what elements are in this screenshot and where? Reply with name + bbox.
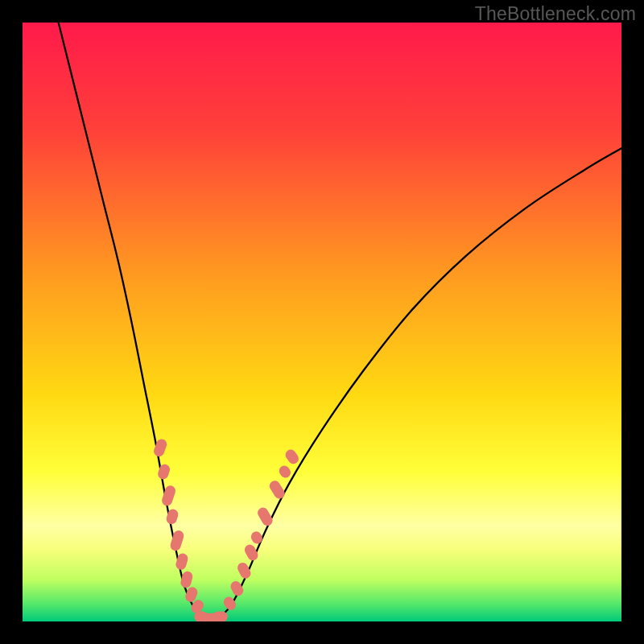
- chart-frame: TheBottleneck.com: [0, 0, 644, 644]
- bottleneck-curve-chart: [23, 23, 621, 621]
- plot-area: [23, 23, 621, 621]
- watermark-text: TheBottleneck.com: [475, 3, 636, 25]
- gradient-background: [23, 23, 621, 621]
- data-marker: [213, 612, 228, 621]
